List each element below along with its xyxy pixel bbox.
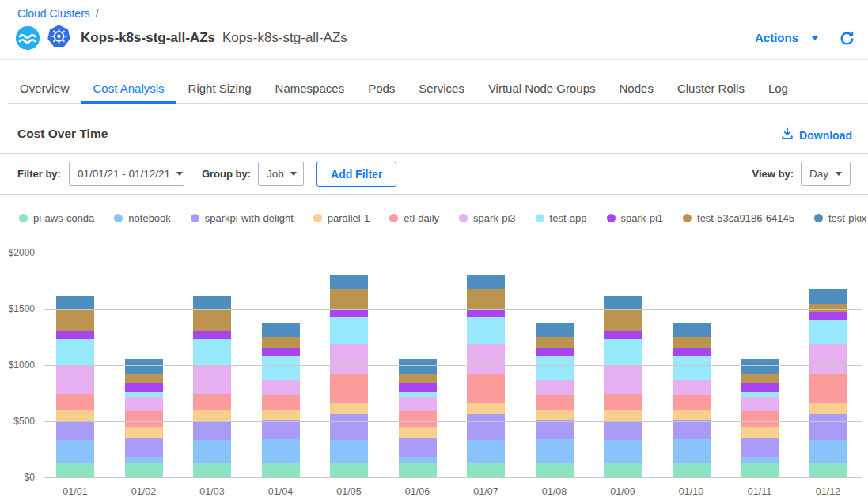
bar-segment-sparkpi-with-delight bbox=[125, 438, 163, 458]
bar-segment-test-53ca9186-64145 bbox=[330, 289, 368, 310]
bar-segment-test-53ca9186-64145 bbox=[399, 374, 437, 383]
tab-cost-analysis[interactable]: Cost Analysis bbox=[81, 75, 176, 104]
bar-segment-parallel-1 bbox=[330, 403, 368, 413]
bar-segment-test-53ca9186-64145 bbox=[467, 289, 505, 310]
x-tick-label: 01/09 bbox=[595, 486, 650, 497]
bar-01-03 bbox=[193, 296, 231, 477]
tab-cluster-rolls[interactable]: Cluster Rolls bbox=[665, 75, 756, 104]
bar-segment-test-pkix bbox=[125, 359, 163, 374]
kubernetes-logo-icon bbox=[47, 25, 71, 51]
legend-dot-icon bbox=[313, 214, 322, 222]
y-tick-label: $0 bbox=[0, 472, 35, 483]
tab-log[interactable]: Log bbox=[756, 75, 800, 104]
download-button[interactable]: Download bbox=[781, 127, 852, 143]
bar-segment-spark-pi1 bbox=[56, 331, 94, 339]
x-tick-label: 01/11 bbox=[732, 486, 787, 497]
bar-segment-sparkpi-with-delight bbox=[399, 438, 437, 458]
legend-item-pi-aws-conda[interactable]: pi-aws-conda bbox=[19, 212, 94, 224]
legend-dot-icon bbox=[607, 214, 616, 222]
page-header: Kops-k8s-stg-all-AZs Kops-k8s-stg-all-AZ… bbox=[16, 25, 347, 51]
bar-01-02 bbox=[125, 359, 163, 477]
bar-segment-pi-aws-conda bbox=[673, 463, 711, 477]
bar-01-10 bbox=[673, 323, 711, 477]
legend-item-label: test-53ca9186-64145 bbox=[697, 212, 794, 224]
y-tick-label: $1500 bbox=[0, 303, 35, 314]
tab-pods[interactable]: Pods bbox=[356, 75, 407, 104]
group-by-value: Job bbox=[267, 168, 284, 180]
tab-services[interactable]: Services bbox=[407, 75, 476, 104]
bar-segment-sparkpi-with-delight bbox=[193, 421, 231, 440]
legend-dot-icon bbox=[814, 214, 823, 222]
bar-segment-spark-pi1 bbox=[262, 348, 300, 356]
gridline bbox=[44, 477, 862, 478]
bar-segment-parallel-1 bbox=[262, 410, 300, 420]
legend-item-sparkpi-with-delight[interactable]: sparkpi-with-delight bbox=[191, 212, 294, 224]
legend-item-test-53ca9186-64145[interactable]: test-53ca9186-64145 bbox=[683, 212, 794, 224]
actions-button[interactable]: Actions bbox=[755, 31, 819, 44]
bar-segment-test-pkix bbox=[673, 323, 711, 337]
legend-item-label: pi-aws-conda bbox=[33, 212, 94, 224]
tabs: OverviewCost AnalysisRight SizingNamespa… bbox=[8, 75, 868, 104]
legend-item-label: notebook bbox=[128, 212, 171, 224]
bar-01-09 bbox=[604, 296, 642, 477]
tab-virtual-node-groups[interactable]: Virtual Node Groups bbox=[476, 75, 608, 104]
bar-segment-spark-pi1 bbox=[193, 331, 231, 339]
x-tick-label: 01/12 bbox=[801, 486, 856, 497]
legend-item-etl-daily[interactable]: etl-daily bbox=[389, 212, 439, 224]
bar-segment-test-53ca9186-64145 bbox=[125, 374, 163, 383]
view-by-select[interactable]: Day bbox=[801, 162, 851, 186]
bar-segment-notebook bbox=[741, 457, 779, 463]
download-label: Download bbox=[799, 129, 852, 142]
bar-segment-test-app bbox=[604, 339, 642, 365]
tab-overview[interactable]: Overview bbox=[8, 75, 81, 104]
view-by-label: View by: bbox=[752, 168, 794, 180]
x-tick-label: 01/03 bbox=[184, 486, 240, 497]
tab-namespaces[interactable]: Namespaces bbox=[263, 75, 357, 104]
tab-right-sizing[interactable]: Right Sizing bbox=[176, 75, 263, 104]
bar-segment-spark-pi3 bbox=[741, 397, 779, 412]
bar-segment-notebook bbox=[330, 440, 368, 463]
bar-segment-test-pkix bbox=[809, 289, 847, 303]
bar-segment-sparkpi-with-delight bbox=[809, 414, 847, 440]
bar-segment-spark-pi3 bbox=[125, 397, 163, 412]
group-by-select[interactable]: Job bbox=[258, 162, 304, 186]
legend-item-test-app[interactable]: test-app bbox=[536, 212, 587, 224]
bar-segment-etl-daily bbox=[399, 411, 437, 427]
date-range-select[interactable]: 01/01/21 - 01/12/21 bbox=[69, 162, 184, 186]
bar-segment-spark-pi1 bbox=[467, 310, 505, 317]
bar-segment-parallel-1 bbox=[809, 403, 847, 413]
tab-nodes[interactable]: Nodes bbox=[608, 75, 665, 104]
chevron-down-icon bbox=[836, 172, 842, 176]
bar-segment-notebook bbox=[193, 440, 231, 463]
bar-01-01 bbox=[56, 296, 94, 477]
bar-segment-notebook bbox=[536, 439, 574, 463]
chart-plot: $0$500$1000$1500$2000 bbox=[0, 253, 868, 477]
bar-segment-etl-daily bbox=[536, 395, 574, 409]
group-by-label: Group by: bbox=[202, 168, 251, 180]
bar-segment-spark-pi3 bbox=[193, 365, 231, 394]
page-subtitle: Kops-k8s-stg-all-AZs bbox=[222, 30, 347, 46]
view-by-value: Day bbox=[809, 168, 828, 180]
legend-item-notebook[interactable]: notebook bbox=[114, 212, 171, 224]
bar-segment-etl-daily bbox=[56, 394, 94, 410]
bar-segment-spark-pi1 bbox=[536, 348, 574, 356]
legend-item-spark-pi3[interactable]: spark-pi3 bbox=[459, 212, 515, 224]
refresh-button[interactable] bbox=[839, 30, 855, 50]
legend-item-parallel-1[interactable]: parallel-1 bbox=[313, 212, 370, 224]
add-filter-button[interactable]: Add Filter bbox=[316, 162, 396, 187]
bar-segment-spark-pi3 bbox=[467, 344, 505, 374]
bar-segment-test-pkix bbox=[399, 359, 437, 374]
legend-item-spark-pi1[interactable]: spark-pi1 bbox=[607, 212, 663, 224]
bar-segment-sparkpi-with-delight bbox=[262, 420, 300, 439]
gridline bbox=[44, 421, 862, 422]
bar-segment-sparkpi-with-delight bbox=[330, 414, 368, 440]
bar-segment-pi-aws-conda bbox=[330, 463, 368, 477]
bar-segment-etl-daily bbox=[125, 411, 163, 427]
legend-item-test-pkix[interactable]: test-pkix bbox=[814, 212, 866, 224]
bar-segment-etl-daily bbox=[330, 374, 368, 404]
bar-segment-notebook bbox=[809, 440, 847, 463]
bar-segment-sparkpi-with-delight bbox=[741, 438, 779, 458]
bar-segment-etl-daily bbox=[262, 395, 300, 409]
breadcrumb-link-cloud-clusters[interactable]: Cloud Clusters bbox=[17, 7, 90, 20]
bar-segment-pi-aws-conda bbox=[467, 463, 505, 477]
